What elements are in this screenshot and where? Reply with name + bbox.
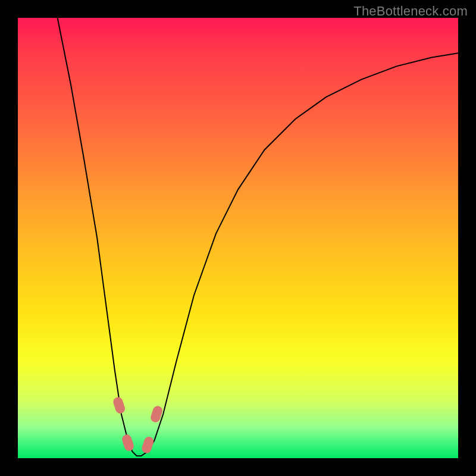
bottleneck-curve: [58, 18, 458, 456]
svg-rect-2: [140, 436, 155, 455]
marker-right-lower: [140, 436, 155, 455]
marker-group: [112, 396, 164, 454]
svg-rect-1: [121, 433, 135, 452]
marker-left-lower: [121, 433, 135, 452]
plot-area: [18, 18, 458, 458]
marker-left-upper: [112, 396, 126, 415]
svg-rect-0: [112, 396, 126, 415]
bottleneck-chart-svg: [18, 18, 458, 458]
watermark-text: TheBottleneck.com: [353, 4, 468, 19]
